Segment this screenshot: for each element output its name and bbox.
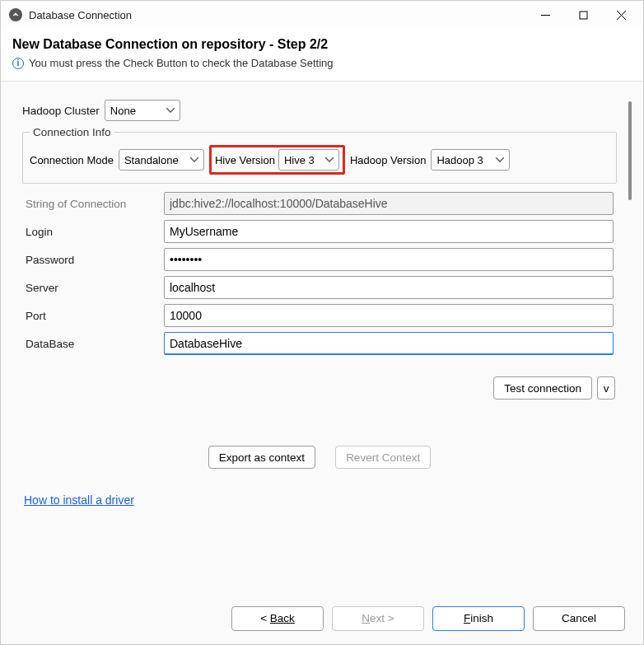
cancel-button[interactable]: Cancel	[533, 606, 625, 631]
wizard-header: New Database Connection on repository - …	[1, 29, 643, 82]
hadoop-version-select[interactable]: Hadoop 3	[431, 149, 510, 171]
window-controls	[526, 2, 640, 28]
connection-mode-select[interactable]: Standalone	[119, 149, 204, 171]
hive-version-label: Hive Version	[215, 154, 275, 166]
hadoop-version-label: Hadoop Version	[350, 154, 427, 166]
page-title: New Database Connection on repository - …	[12, 37, 632, 52]
hadoop-cluster-label: Hadoop Cluster	[22, 105, 100, 117]
back-button[interactable]: < Back	[231, 606, 324, 631]
close-button[interactable]	[602, 2, 640, 28]
password-label: Password	[26, 254, 164, 266]
password-field[interactable]	[164, 248, 614, 271]
wizard-footer: < Back Next > Finish Cancel	[9, 595, 635, 641]
hint-row: i You must press the Check Button to che…	[12, 57, 632, 69]
install-driver-link[interactable]: How to install a driver	[24, 493, 134, 507]
svg-point-0	[15, 13, 17, 16]
scrollbar-thumb[interactable]	[628, 101, 632, 200]
revert-context-button: Revert Context	[335, 446, 431, 469]
database-field[interactable]	[164, 332, 614, 355]
svg-rect-2	[580, 12, 587, 19]
test-connection-dropdown-button[interactable]: v	[597, 376, 615, 400]
port-field[interactable]	[164, 304, 614, 327]
connection-string-label: String of Connection	[26, 198, 164, 210]
form-area: Hadoop Cluster None Connection Info Conn…	[9, 90, 635, 510]
app-icon	[9, 8, 22, 21]
connection-info-fieldset: Connection Info Connection Mode Standalo…	[22, 126, 617, 184]
driver-link-row: How to install a driver	[22, 469, 617, 507]
login-label: Login	[26, 226, 164, 238]
server-field[interactable]	[164, 276, 614, 299]
server-label: Server	[26, 282, 164, 294]
title-bar: Database Connection	[1, 1, 643, 29]
hive-version-select[interactable]: Hive 3	[278, 149, 339, 171]
connection-info-legend: Connection Info	[30, 126, 114, 138]
connection-string-field	[164, 192, 614, 215]
fields-grid: String of Connection Login Password Serv…	[22, 192, 617, 355]
next-button: Next >	[332, 606, 424, 631]
test-row: Test connection v	[22, 355, 617, 400]
context-row: Export as context Revert Context	[22, 400, 617, 469]
maximize-button[interactable]	[564, 2, 602, 28]
minimize-button[interactable]	[526, 2, 564, 28]
export-context-button[interactable]: Export as context	[208, 446, 315, 469]
database-label: DataBase	[26, 338, 164, 350]
finish-button[interactable]: Finish	[432, 606, 525, 631]
window-title: Database Connection	[29, 9, 526, 21]
hive-version-highlight: Hive Version Hive 3	[209, 145, 345, 175]
hint-text: You must press the Check Button to check…	[29, 57, 334, 69]
hadoop-cluster-row: Hadoop Cluster None	[22, 100, 617, 121]
main-panel: Hadoop Cluster None Connection Info Conn…	[1, 82, 643, 644]
port-label: Port	[26, 310, 164, 322]
hadoop-cluster-select[interactable]: None	[105, 100, 180, 121]
connection-mode-label: Connection Mode	[30, 154, 114, 166]
info-icon: i	[12, 58, 24, 69]
test-connection-button[interactable]: Test connection	[493, 376, 592, 400]
login-field[interactable]	[164, 220, 614, 243]
